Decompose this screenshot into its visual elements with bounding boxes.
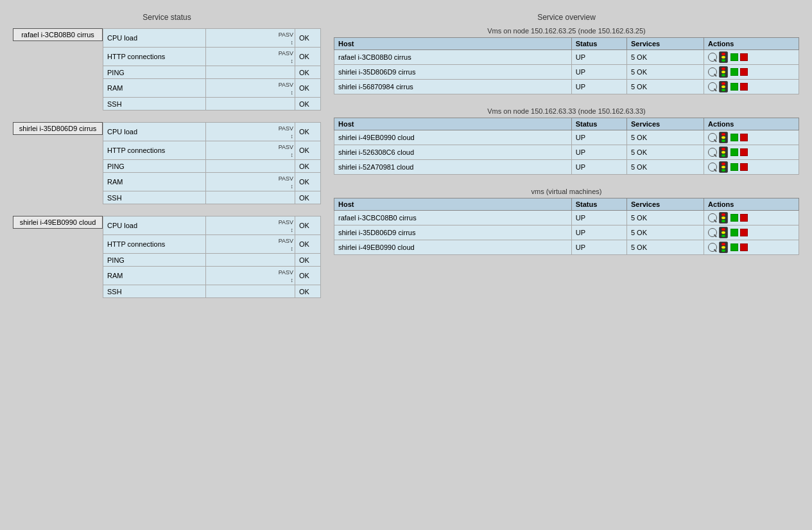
service-status: OK [295,285,321,298]
action-icon-green[interactable] [730,243,738,251]
action-icon-red[interactable] [740,243,748,251]
action-icons [708,132,795,143]
services-table: CPU loadPASV↕OKHTTP connectionsPASV↕OKPI… [103,122,321,204]
traffic-light-icon[interactable] [719,242,728,253]
action-icon-red[interactable] [740,68,748,76]
action-icon-green[interactable] [730,134,738,141]
pasv-indicator: PASV↕ [206,141,295,160]
action-icon-red[interactable] [740,83,748,91]
search-icon[interactable] [708,53,717,62]
table-header-row: HostStatusServicesActions [334,38,799,50]
pasv-indicator [206,285,295,298]
status-cell: UP [571,130,626,145]
host-cell: shirlei i-49EB0990 cloud [334,240,572,255]
action-icon-red[interactable] [740,214,748,222]
traffic-light-icon[interactable] [719,132,728,143]
service-status: OK [295,254,321,267]
service-row: HTTP connectionsPASV↕OK [103,235,321,254]
services-cell: 5 OK [626,211,704,225]
table-row: shirlei i-56870984 cirrusUP5 OK [334,80,799,94]
host-blocks-container: rafael i-3CB08B0 cirrusCPU loadPASV↕OKHT… [13,28,321,298]
action-icon-green[interactable] [730,229,738,236]
action-icon-red[interactable] [740,229,748,236]
action-icons [708,227,795,238]
actions-cell[interactable] [704,50,799,65]
service-name: CPU load [103,216,206,235]
pasv-indicator: PASV↕ [206,216,295,235]
service-row: HTTP connectionsPASV↕OK [103,48,321,66]
action-icon-green[interactable] [730,53,738,61]
service-name: HTTP connections [103,48,206,66]
action-icon-red[interactable] [740,148,748,156]
table-row: shirlei i-35D806D9 cirrusUP5 OK [334,225,799,240]
search-icon[interactable] [708,67,717,76]
services-cell: 5 OK [626,160,704,175]
table-header-row: HostStatusServicesActions [334,199,799,211]
table-header-cell: Actions [704,199,799,211]
service-status: OK [295,191,321,204]
pasv-indicator: PASV↕ [206,235,295,254]
actions-cell[interactable] [704,160,799,175]
service-row: SSHOK [103,191,321,204]
node-section: Vms on node 150.162.63.33 (node 150.162.… [334,107,799,175]
service-name: SSH [103,285,206,298]
actions-cell[interactable] [704,211,799,225]
action-icon-red[interactable] [740,53,748,61]
search-icon[interactable] [708,148,717,157]
search-icon[interactable] [708,243,717,252]
action-icons [708,51,795,63]
host-cell: shirlei i-56870984 cirrus [334,80,572,94]
table-row: rafael i-3CBC08B0 cirrusUP5 OK [334,211,799,225]
pasv-indicator [206,98,295,110]
action-icon-green[interactable] [730,148,738,156]
service-status: OK [295,66,321,79]
service-status: OK [295,48,321,66]
search-icon[interactable] [708,213,717,222]
traffic-light-icon[interactable] [719,66,728,78]
traffic-light-icon[interactable] [719,81,728,93]
service-name: PING [103,160,206,173]
action-icon-green[interactable] [730,163,738,171]
search-icon[interactable] [708,228,717,237]
search-icon[interactable] [708,82,717,91]
traffic-light-icon[interactable] [719,146,728,158]
service-name: CPU load [103,29,206,48]
traffic-light-icon[interactable] [719,212,728,224]
search-icon[interactable] [708,133,717,142]
actions-cell[interactable] [704,130,799,145]
action-icon-red[interactable] [740,163,748,171]
action-icon-red[interactable] [740,134,748,141]
search-icon[interactable] [708,163,717,172]
service-row: SSHOK [103,98,321,110]
node-title: vms (virtual machines) [334,188,799,195]
pasv-indicator [206,160,295,173]
actions-cell[interactable] [704,225,799,240]
traffic-light-icon[interactable] [719,51,728,63]
left-panel: Service status rafael i-3CB08B0 cirrusCP… [13,13,321,310]
pasv-indicator: PASV↕ [206,48,295,66]
services-cell: 5 OK [626,225,704,240]
actions-cell[interactable] [704,240,799,255]
host-block: shirlei i-49EB0990 cloudCPU loadPASV↕OKH… [13,216,321,298]
action-icons [708,161,795,173]
actions-cell[interactable] [704,80,799,94]
service-name: SSH [103,191,206,204]
status-cell: UP [571,240,626,255]
traffic-light-icon[interactable] [719,161,728,173]
actions-cell[interactable] [704,145,799,160]
host-label: shirlei i-35D806D9 cirrus [13,122,103,135]
table-row: shirlei i-35D806D9 cirrusUP5 OK [334,65,799,80]
service-row: RAMPASV↕OK [103,79,321,98]
host-cell: rafael i-3CBC08B0 cirrus [334,211,572,225]
services-table: CPU loadPASV↕OKHTTP connectionsPASV↕OKPI… [103,216,321,298]
actions-cell[interactable] [704,65,799,80]
action-icon-green[interactable] [730,214,738,222]
table-header-row: HostStatusServicesActions [334,118,799,130]
service-row: PINGOK [103,160,321,173]
node-title: Vms on node 150.162.63.33 (node 150.162.… [334,107,799,115]
service-name: RAM [103,267,206,285]
node-sections-container: Vms on node 150.162.63.25 (node 150.162.… [334,27,799,255]
action-icon-green[interactable] [730,68,738,76]
action-icon-green[interactable] [730,83,738,91]
traffic-light-icon[interactable] [719,227,728,238]
